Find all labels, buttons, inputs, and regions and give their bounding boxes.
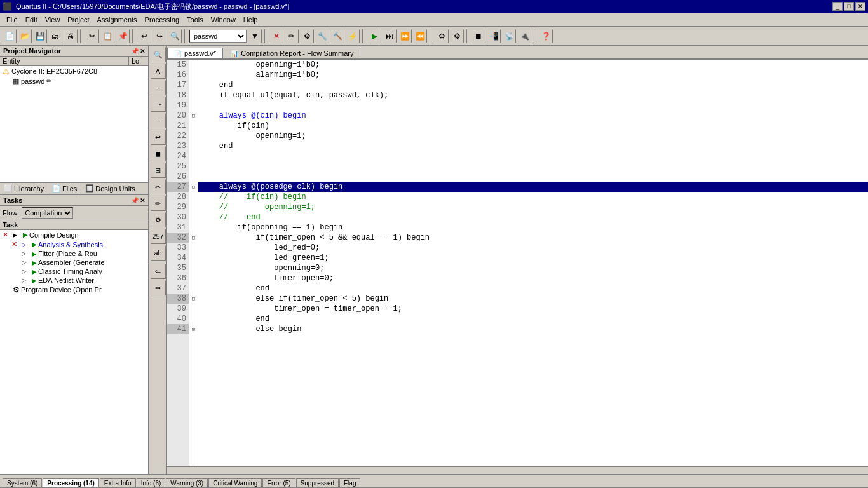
tb-prog5[interactable]: 🔌 [517, 29, 531, 43]
fold-32[interactable]: ⊟ [189, 233, 198, 243]
vt-btn2[interactable]: A [151, 64, 166, 79]
tb-prog1[interactable]: ⚙ [435, 29, 449, 43]
entity-combo[interactable]: passwd [189, 30, 247, 43]
tb-step[interactable]: ⏭ [383, 29, 397, 43]
msg-tab-suppressed[interactable]: Suppressed [296, 478, 339, 487]
msg-tab-critical[interactable]: Critical Warning [208, 478, 262, 487]
menu-processing[interactable]: Processing [141, 15, 183, 25]
tb-undo[interactable]: ↩ [137, 29, 151, 43]
tasks-close[interactable]: ✕ [140, 197, 145, 204]
tb-redo[interactable]: ↪ [153, 29, 166, 43]
tb-prog2[interactable]: ⚙ [450, 29, 464, 43]
tb-save[interactable]: 💾 [33, 29, 47, 43]
tb-prog4[interactable]: 📡 [502, 29, 516, 43]
tb-analyze[interactable]: ✕ [269, 29, 283, 43]
tb-compile1[interactable]: ⚙ [300, 29, 314, 43]
vt-btn15[interactable]: ⇒ [151, 280, 166, 295]
win-controls[interactable]: _ □ ✕ [832, 2, 865, 11]
vt-btn4[interactable]: ⇒ [151, 97, 166, 112]
task-expand-2[interactable]: ▷ [22, 250, 31, 257]
msg-tab-info[interactable]: Info (6) [137, 478, 166, 487]
msg-tab-processing[interactable]: Processing (14) [43, 478, 98, 487]
fold-41[interactable]: ⊟ [189, 324, 198, 334]
msg-tab-warning[interactable]: Warning (3) [166, 478, 208, 487]
tb-search[interactable]: 🔍 [168, 29, 182, 43]
menu-window[interactable]: Window [207, 15, 240, 25]
fold-38[interactable]: ⊟ [189, 294, 198, 304]
task-expand-0[interactable]: ▶ [13, 232, 22, 238]
code-tab-passwd[interactable]: 📄 passwd.v* [167, 48, 223, 58]
menu-help[interactable]: Help [240, 15, 262, 25]
menu-edit[interactable]: Edit [22, 15, 41, 25]
code-content[interactable]: 15 16 17 18 19 20 21 22 23 24 25 26 27 2… [167, 60, 868, 466]
task-analysis-synthesis[interactable]: ✕ ▷ ▶ Analysis & Synthesis [0, 240, 148, 249]
tab-hierarchy[interactable]: ⬜ Hierarchy [0, 183, 48, 194]
tb-paste[interactable]: 📌 [116, 29, 130, 43]
task-compile-design[interactable]: ✕ ▶ ▶ Compile Design [0, 230, 148, 240]
vt-btn3[interactable]: → [151, 80, 166, 95]
vt-btn8[interactable]: ⊞ [151, 163, 166, 178]
msg-tab-flag[interactable]: Flag [339, 478, 360, 487]
maximize-button[interactable]: □ [844, 2, 854, 11]
msg-tab-system[interactable]: System (6) [3, 478, 42, 487]
fold-27[interactable]: ⊟ [189, 182, 198, 192]
task-expand-1[interactable]: ▷ [22, 241, 31, 248]
tb-save-all[interactable]: 🗂 [48, 29, 62, 43]
menu-tools[interactable]: Tools [183, 15, 207, 25]
vt-btn5[interactable]: → [151, 113, 166, 128]
tree-item-passwd[interactable]: ▦ passwd ✏ [0, 76, 148, 86]
tb-sim2[interactable]: ⏪ [413, 29, 427, 43]
vt-btn12[interactable]: 257 [151, 229, 166, 244]
tb-compile3[interactable]: 🔨 [330, 29, 344, 43]
tasks-pin[interactable]: 📌 [131, 197, 139, 204]
vt-btn13[interactable]: ab [151, 245, 166, 261]
tb-prog3[interactable]: 📲 [487, 29, 501, 43]
tb-open[interactable]: 📂 [18, 29, 32, 43]
tb-print[interactable]: 🖨 [64, 29, 78, 43]
h-scrollbar[interactable] [167, 466, 868, 474]
task-expand-4[interactable]: ▷ [22, 268, 31, 274]
close-button[interactable]: ✕ [855, 2, 865, 11]
tree-item-cyclone[interactable]: ⚠ Cyclone II: EP2C35F672C8 [0, 66, 148, 76]
vt-btn11[interactable]: ⚙ [151, 212, 166, 227]
menu-file[interactable]: File [3, 15, 22, 25]
vt-btn10[interactable]: ✏ [151, 196, 166, 211]
project-nav-pin[interactable]: 📌 [131, 48, 139, 55]
menu-project[interactable]: Project [64, 15, 93, 25]
menu-assignments[interactable]: Assignments [93, 15, 141, 25]
flow-select[interactable]: Compilation [22, 207, 73, 219]
tab-files[interactable]: 📄 Files [48, 183, 81, 194]
code-lines[interactable]: openning=1'b0; alarming=1'b0; end if_equ… [198, 60, 868, 466]
vt-btn14[interactable]: ⇐ [151, 264, 166, 279]
tb-copy[interactable]: 📋 [100, 29, 114, 43]
vt-btn1[interactable]: 🔍 [151, 47, 166, 62]
tb-stop[interactable]: ⏹ [471, 29, 485, 43]
msg-tab-extra[interactable]: Extra Info [100, 478, 136, 487]
task-fitter[interactable]: ▷ ▶ Fitter (Place & Rou [0, 249, 148, 258]
vt-btn6[interactable]: ↩ [151, 130, 166, 145]
task-eda[interactable]: ▷ ▶ EDA Netlist Writer [0, 276, 148, 285]
msg-tab-error[interactable]: Error (5) [262, 478, 295, 487]
project-nav-close[interactable]: ✕ [140, 48, 145, 55]
tb-compile4[interactable]: ⚡ [346, 29, 360, 43]
task-expand-5[interactable]: ▷ [22, 277, 31, 283]
tb-edit[interactable]: ✏ [285, 29, 299, 43]
task-program[interactable]: ⚙ Program Device (Open Pr [0, 285, 148, 295]
tb-compile2[interactable]: 🔧 [315, 29, 329, 43]
minimize-button[interactable]: _ [832, 2, 843, 11]
tb-sim1[interactable]: ⏩ [398, 29, 412, 43]
tb-run[interactable]: ▶ [367, 29, 381, 43]
task-assembler[interactable]: ▷ ▶ Assembler (Generate [0, 258, 148, 267]
task-expand-3[interactable]: ▷ [22, 259, 31, 266]
tab-design-units[interactable]: 🔲 Design Units [81, 183, 139, 194]
tb-combo-dropdown[interactable]: ▼ [248, 29, 262, 43]
code-tab-report[interactable]: 📊 Compilation Report - Flow Summary [224, 48, 360, 58]
tb-new[interactable]: 📄 [3, 29, 17, 43]
task-timing[interactable]: ▷ ▶ Classic Timing Analy [0, 267, 148, 276]
tb-help[interactable]: ❓ [539, 29, 553, 43]
vt-btn7[interactable]: ◼ [151, 146, 166, 161]
fold-20[interactable]: ⊟ [189, 111, 198, 121]
vt-btn9[interactable]: ✂ [151, 179, 166, 194]
tb-cut[interactable]: ✂ [85, 29, 99, 43]
menu-view[interactable]: View [41, 15, 64, 25]
